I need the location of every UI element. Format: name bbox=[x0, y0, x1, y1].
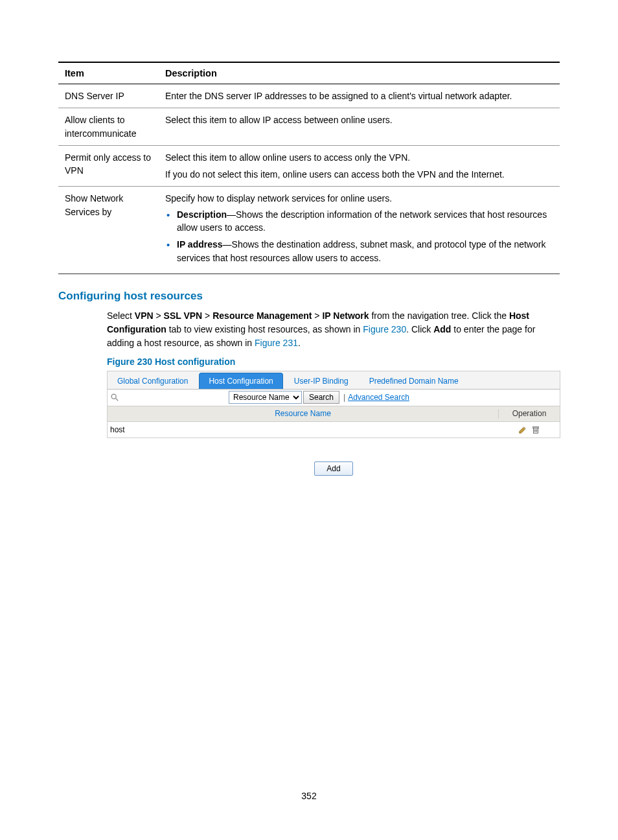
trash-icon[interactable] bbox=[531, 425, 540, 434]
para-text: > bbox=[154, 310, 164, 321]
table-row: Show Network Services by Specify how to … bbox=[58, 187, 560, 274]
column-header-operation: Operation bbox=[498, 409, 560, 418]
para-text: Select bbox=[107, 310, 135, 321]
tab-user-ip-binding[interactable]: User-IP Binding bbox=[284, 373, 358, 389]
para-text: > bbox=[202, 310, 212, 321]
tab-host-configuration[interactable]: Host Configuration bbox=[199, 373, 282, 389]
search-input[interactable] bbox=[122, 391, 229, 404]
desc-line: If you do not select this item, online u… bbox=[165, 168, 553, 181]
para-text: from the navigation tree. Click the bbox=[369, 310, 509, 321]
tab-predefined-domain-name[interactable]: Predefined Domain Name bbox=[360, 373, 468, 389]
advanced-search-link[interactable]: Advanced Search bbox=[348, 393, 409, 402]
para-text: tab to view existing host resources, as … bbox=[166, 324, 363, 334]
para-text: . Click bbox=[406, 324, 433, 334]
host-configuration-screenshot: Global Configuration Host Configuration … bbox=[107, 371, 560, 438]
search-row: Resource Name Search | Advanced Search bbox=[108, 390, 560, 406]
cell-desc: Select this item to allow IP access betw… bbox=[159, 108, 560, 146]
search-icon bbox=[110, 393, 119, 402]
search-field-dropdown[interactable]: Resource Name bbox=[229, 391, 302, 404]
bullet-rest: —Shows the description information of th… bbox=[177, 209, 547, 233]
edit-icon[interactable] bbox=[518, 425, 527, 434]
th-item: Item bbox=[58, 62, 159, 84]
para-bold: SSL VPN bbox=[164, 310, 203, 321]
figure-caption: Figure 230 Host configuration bbox=[107, 356, 560, 367]
add-button[interactable]: Add bbox=[314, 461, 352, 476]
th-description: Description bbox=[159, 62, 560, 84]
figure-link[interactable]: Figure 230 bbox=[363, 324, 406, 334]
para-bold: IP Network bbox=[322, 310, 369, 321]
body-paragraph: Select VPN > SSL VPN > Resource Manageme… bbox=[107, 309, 560, 350]
svg-point-0 bbox=[111, 395, 116, 399]
cell-desc: Select this item to allow online users t… bbox=[159, 145, 560, 187]
bullet-rest: —Shows the destination address, subnet m… bbox=[177, 239, 545, 262]
grid-row: host bbox=[108, 422, 560, 438]
section-heading: Configuring host resources bbox=[58, 290, 560, 303]
svg-rect-3 bbox=[532, 427, 538, 428]
figure-link[interactable]: Figure 231 bbox=[255, 338, 298, 348]
bullet-item: Description—Shows the description inform… bbox=[165, 208, 553, 235]
bullet-bold: IP address bbox=[177, 239, 223, 250]
table-row: Permit only access to VPN Select this it… bbox=[58, 145, 560, 187]
table-row: DNS Server IP Enter the DNS server IP ad… bbox=[58, 84, 560, 108]
para-bold: VPN bbox=[135, 310, 154, 321]
bullet-item: IP address—Shows the destination address… bbox=[165, 238, 553, 264]
page-number: 352 bbox=[0, 791, 618, 801]
cell-desc: Enter the DNS server IP addresses to be … bbox=[159, 84, 560, 108]
para-text: . bbox=[298, 338, 301, 348]
cell-operation bbox=[498, 425, 560, 434]
cell-resource-name: host bbox=[108, 425, 498, 434]
tabs-row: Global Configuration Host Configuration … bbox=[108, 371, 560, 390]
column-header-resource-name[interactable]: Resource Name bbox=[108, 409, 498, 418]
cell-item: Show Network Services by bbox=[58, 187, 159, 274]
para-bold: Resource Management bbox=[212, 310, 312, 321]
cell-item: Allow clients to intercommunicate bbox=[58, 108, 159, 146]
add-button-block: Add bbox=[107, 461, 560, 476]
desc-line: Select this item to allow online users t… bbox=[165, 151, 553, 164]
cell-item: DNS Server IP bbox=[58, 84, 159, 108]
config-items-table: Item Description DNS Server IP Enter the… bbox=[58, 62, 560, 274]
search-button[interactable]: Search bbox=[303, 391, 339, 404]
table-row: Allow clients to intercommunicate Select… bbox=[58, 108, 560, 146]
para-text: > bbox=[312, 310, 322, 321]
tab-global-configuration[interactable]: Global Configuration bbox=[108, 373, 198, 389]
separator: | bbox=[343, 393, 345, 402]
desc-intro: Specify how to display network services … bbox=[165, 192, 553, 205]
cell-desc: Specify how to display network services … bbox=[159, 187, 560, 274]
cell-item: Permit only access to VPN bbox=[58, 145, 159, 187]
svg-line-1 bbox=[116, 399, 119, 401]
bullet-bold: Description bbox=[177, 209, 227, 220]
grid-header: Resource Name Operation bbox=[108, 406, 560, 422]
para-bold: Add bbox=[433, 324, 451, 334]
